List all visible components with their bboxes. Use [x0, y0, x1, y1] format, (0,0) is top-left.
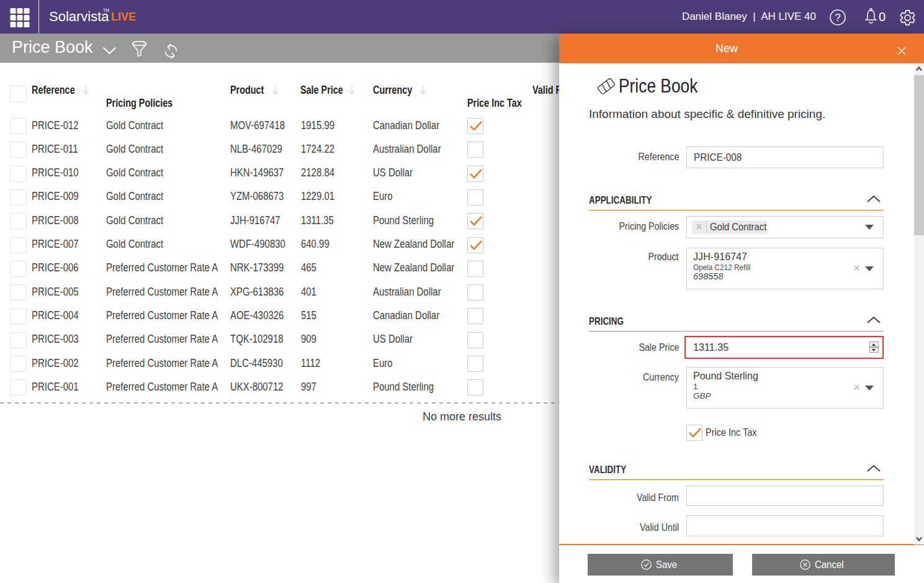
svg-text:?: ? — [835, 12, 840, 24]
